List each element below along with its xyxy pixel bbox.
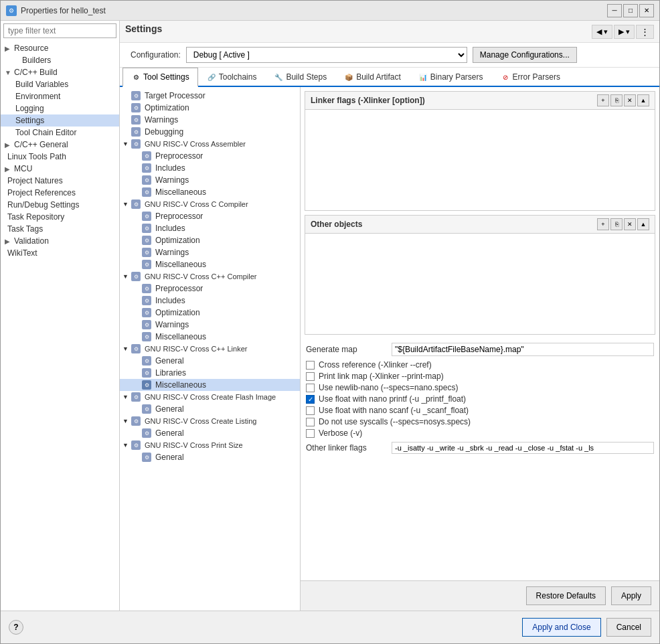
tool-tree-item[interactable]: ⚙ Miscellaneous [120, 331, 300, 343]
tool-tree-item[interactable]: ⚙ Warnings [120, 246, 300, 258]
sidebar-item-c-cpp-build[interactable]: ▼ C/C++ Build [1, 66, 119, 78]
restore-defaults-button[interactable]: Restore Defaults [526, 586, 606, 605]
tab-toolchains[interactable]: 🔗 Toolchains [198, 68, 266, 86]
tool-tree-item-cpp-compiler[interactable]: ▼ ⚙ GNU RISC-V Cross C++ Compiler [120, 270, 300, 283]
tab-build-artifact[interactable]: 📦 Build Artifact [335, 68, 410, 86]
tool-tree-item-miscellaneous[interactable]: ⚙ Miscellaneous [120, 379, 300, 391]
tool-tree-item[interactable]: ⚙ Miscellaneous [120, 186, 300, 198]
tool-tree-item[interactable]: ⚙ Includes [120, 222, 300, 234]
forward-button[interactable]: ▶ ▾ [614, 25, 635, 39]
sidebar-item-linux-tools-path[interactable]: Linux Tools Path [1, 151, 119, 163]
gear-icon: ⚙ [142, 332, 151, 341]
sidebar-item-project-references[interactable]: Project References [1, 187, 119, 199]
float-scanf-checkbox[interactable] [306, 406, 315, 415]
apply-button[interactable]: Apply [611, 586, 651, 605]
tool-tree-item[interactable]: ⚙ Debugging [120, 126, 300, 138]
copy-object-button[interactable]: ⎘ [610, 218, 623, 230]
tool-tree-item-print-size[interactable]: ▼ ⚙ GNU RISC-V Cross Print Size [120, 439, 300, 451]
tool-tree-item[interactable]: ⚙ Optimization [120, 307, 300, 319]
sidebar-item-c-cpp-general[interactable]: ▶ C/C++ General [1, 139, 119, 151]
tab-build-steps[interactable]: 🔧 Build Steps [265, 68, 335, 86]
minimize-button[interactable]: ─ [607, 4, 622, 17]
other-linker-flags-label: Other linker flags [306, 443, 386, 453]
menu-button[interactable]: ⋮ [636, 25, 654, 39]
add-linker-flag-button[interactable]: + [597, 94, 609, 106]
gear-icon: ⚙ [131, 115, 141, 125]
tool-tree-item-c-compiler[interactable]: ▼ ⚙ GNU RISC-V Cross C Compiler [120, 198, 300, 210]
tool-tree-item[interactable]: ⚙ Warnings [120, 319, 300, 331]
tool-tree-item[interactable]: ⚙ Includes [120, 162, 300, 174]
tool-tree-item[interactable]: ⚙ Warnings [120, 174, 300, 186]
tool-tree-item[interactable]: ⚙ General [120, 403, 300, 415]
tool-tree-item-listing[interactable]: ▼ ⚙ GNU RISC-V Cross Create Listing [120, 415, 300, 427]
sidebar-item-task-tags[interactable]: Task Tags [1, 223, 119, 235]
manage-configurations-button[interactable]: Manage Configurations... [473, 47, 577, 63]
delete-linker-flag-button[interactable]: ✕ [624, 94, 636, 106]
filter-input[interactable] [3, 23, 116, 38]
tool-tree-label: General [155, 356, 184, 366]
back-button[interactable]: ◀ ▾ [592, 25, 612, 39]
tab-tool-settings[interactable]: ⚙ Tool Settings [122, 68, 198, 87]
tool-tree-item-flash[interactable]: ▼ ⚙ GNU RISC-V Cross Create Flash Image [120, 391, 300, 403]
tool-tree-item[interactable]: ⚙ Preprocessor [120, 210, 300, 222]
gear-icon: ⚙ [142, 380, 151, 390]
sidebar-item-settings[interactable]: Settings [1, 114, 119, 127]
cross-reference-checkbox[interactable] [306, 361, 315, 370]
other-linker-flags-input[interactable] [392, 442, 654, 454]
sidebar-item-validation[interactable]: ▶ Validation [1, 235, 119, 247]
sidebar-item-project-natures[interactable]: Project Natures [1, 175, 119, 187]
configuration-select[interactable]: Debug [ Active ] [186, 47, 467, 63]
tool-tree-item-cpp-linker[interactable]: ▼ ⚙ GNU RISC-V Cross C++ Linker [120, 343, 300, 355]
tool-tree-item[interactable]: ⚙ General [120, 355, 300, 367]
tool-tree-item[interactable]: ⚙ Optimization [120, 102, 300, 114]
print-link-map-checkbox[interactable] [306, 372, 315, 381]
sidebar-item-wikitext[interactable]: WikiText [1, 247, 119, 259]
maximize-button[interactable]: □ [623, 4, 638, 17]
sidebar-item-label: C/C++ Build [14, 68, 58, 77]
gear-icon: ⚙ [131, 344, 141, 353]
float-printf-checkbox[interactable]: ✓ [306, 395, 315, 404]
close-button[interactable]: ✕ [639, 4, 654, 17]
tab-error-parsers[interactable]: ⊘ Error Parsers [492, 68, 569, 86]
tool-tree-item[interactable]: ⚙ Optimization [120, 234, 300, 246]
sidebar-item-run-debug-settings[interactable]: Run/Debug Settings [1, 199, 119, 211]
sidebar-item-resource[interactable]: ▶ Resource [1, 42, 119, 54]
sidebar-item-task-repository[interactable]: Task Repository [1, 211, 119, 223]
cancel-button[interactable]: Cancel [606, 618, 651, 637]
sidebar-item-label: Validation [14, 236, 49, 246]
tool-tree-item[interactable]: ⚙ General [120, 451, 300, 463]
sidebar-item-mcu[interactable]: ▶ MCU [1, 163, 119, 175]
expand-icon: ▼ [122, 273, 129, 280]
sidebar-item-logging[interactable]: Logging [1, 102, 119, 114]
tool-tree-item[interactable]: ⚙ Miscellaneous [120, 258, 300, 270]
sidebar-item-build-variables[interactable]: Build Variables [1, 78, 119, 90]
tool-tree-item[interactable]: ⚙ Preprocessor [120, 283, 300, 295]
copy-linker-flag-button[interactable]: ⎘ [610, 94, 623, 106]
newlib-nano-checkbox[interactable] [306, 384, 315, 392]
sidebar-item-builders[interactable]: Builders [1, 54, 119, 66]
gear-icon: ⚙ [142, 260, 151, 269]
apply-and-close-button[interactable]: Apply and Close [522, 618, 600, 637]
tool-tree-item-assembler[interactable]: ▼ ⚙ GNU RISC-V Cross Assembler [120, 138, 300, 150]
move-up-object-button[interactable]: ▲ [637, 218, 649, 230]
delete-object-button[interactable]: ✕ [624, 218, 636, 230]
tool-tree-item[interactable]: ⚙ Libraries [120, 367, 300, 379]
tool-tree-item[interactable]: ⚙ Includes [120, 295, 300, 307]
tool-tree-item[interactable]: ⚙ Target Processor [120, 90, 300, 102]
sidebar-item-environment[interactable]: Environment [1, 90, 119, 102]
tool-tree-label: General [155, 404, 184, 414]
move-up-linker-flag-button[interactable]: ▲ [637, 94, 649, 106]
verbose-checkbox[interactable] [306, 429, 315, 438]
gear-icon: ⚙ [142, 308, 151, 317]
linker-flags-header: Linker flags (-Xlinker [option]) + ⎘ ✕ ▲ [305, 92, 655, 110]
generate-map-input[interactable] [392, 343, 654, 356]
tool-tree-item[interactable]: ⚙ General [120, 427, 300, 439]
tool-tree-item[interactable]: ⚙ Preprocessor [120, 150, 300, 162]
tool-tree-item[interactable]: ⚙ Warnings [120, 114, 300, 126]
no-syscalls-checkbox[interactable] [306, 418, 315, 426]
sidebar-item-tool-chain-editor[interactable]: Tool Chain Editor [1, 127, 119, 139]
tab-binary-parsers[interactable]: 📊 Binary Parsers [410, 68, 492, 86]
options-section: Generate map Cross reference (-Xlinker -… [301, 339, 659, 580]
help-button[interactable]: ? [9, 620, 23, 635]
add-object-button[interactable]: + [597, 218, 609, 230]
